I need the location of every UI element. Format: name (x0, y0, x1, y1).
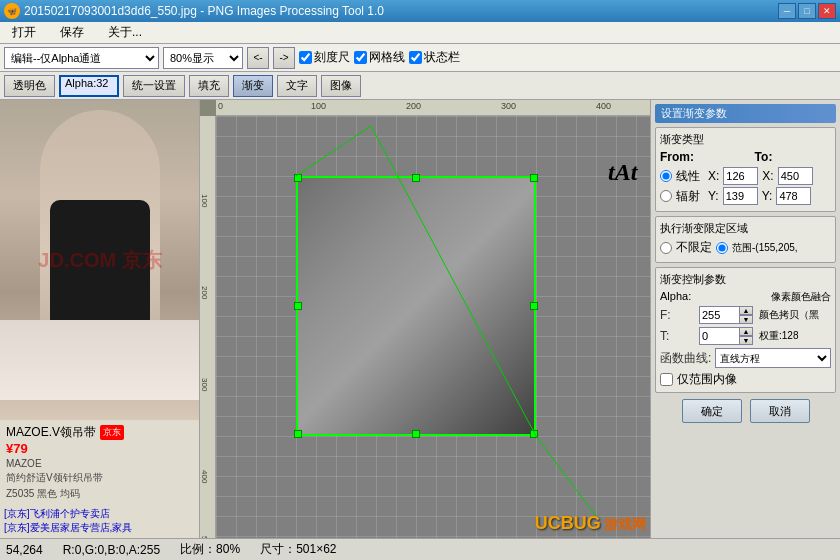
color-copy-label: 颜色拷贝（黑 (759, 308, 819, 322)
canvas-area[interactable]: 0 100 200 300 400 100 200 300 400 500 (200, 100, 650, 538)
ok-button[interactable]: 确定 (682, 399, 742, 423)
links-panel: [京东]飞利浦个护专卖店 [京东]爱美居家居专营店,家具 (0, 505, 199, 537)
t-spinbox[interactable]: ▲ ▼ (699, 327, 753, 345)
image-box[interactable] (296, 176, 536, 436)
menubar: 打开 保存 关于... (0, 22, 840, 44)
y-to-input[interactable] (776, 187, 811, 205)
ruler-label-left-100: 100 (200, 194, 209, 207)
f-spin-down[interactable]: ▼ (739, 315, 753, 324)
t-spin-down[interactable]: ▼ (739, 336, 753, 345)
t-spin-up[interactable]: ▲ (739, 327, 753, 336)
y-label: Y: (708, 189, 719, 203)
product-info: MAZOE.V领吊带 京东 ¥79 MAZOE 简约舒适V领针织吊带 Z5035… (0, 420, 199, 505)
f-spin-up[interactable]: ▲ (739, 306, 753, 315)
f-spinbox[interactable]: ▲ ▼ (699, 306, 753, 324)
product-desc2: 简约舒适V领针织吊带 (6, 471, 193, 485)
canvas-content[interactable]: tAt UCBUG 游戏网 (216, 116, 650, 538)
text-button[interactable]: 文字 (277, 75, 317, 97)
radial-radio[interactable] (660, 190, 672, 202)
statusbar: 54,264 R:0,G:0,B:0,A:255 比例：80% 尺寸：501×6… (0, 538, 840, 560)
alpha-col-label: Alpha: (660, 290, 691, 304)
ruler-label-100: 100 (311, 101, 326, 111)
unlimited-radio-row: 不限定 范围-(155,205, (660, 239, 831, 256)
grid-checkbox-label: 网格线 (354, 49, 405, 66)
minimize-button[interactable]: ─ (778, 3, 796, 19)
curve-select[interactable]: 直线方程 (715, 348, 831, 368)
gradient-type-label: 渐变类型 (660, 132, 831, 147)
link1[interactable]: [京东]飞利浦个护专卖店 (4, 507, 195, 521)
ruler-label-left-500: 500 (200, 536, 209, 538)
image-button[interactable]: 图像 (321, 75, 361, 97)
grid-label: 网格线 (369, 49, 405, 66)
alpha-display: Alpha:32 (59, 75, 119, 97)
handle-mr[interactable] (530, 302, 538, 310)
product-brand-name: MAZOE.V领吊带 (6, 424, 96, 441)
cancel-button[interactable]: 取消 (750, 399, 810, 423)
unify-settings-button[interactable]: 统一设置 (123, 75, 185, 97)
nav-forward-button[interactable]: -> (273, 47, 295, 69)
range-check-label: 仅范围内像 (677, 371, 737, 388)
control-params-group: 渐变控制参数 Alpha: 像素颜色融合 F: ▲ ▼ 颜色拷贝（黑 T: (655, 267, 836, 393)
range-radio[interactable] (716, 242, 728, 254)
handle-bm[interactable] (412, 430, 420, 438)
app-logo: 🦋 (4, 3, 20, 19)
handle-tr[interactable] (530, 174, 538, 182)
y-from-input[interactable] (723, 187, 758, 205)
handle-ml[interactable] (294, 302, 302, 310)
t-input[interactable] (699, 327, 739, 345)
handle-tm[interactable] (412, 174, 420, 182)
product-image: JD.COM 京东 (0, 100, 200, 420)
right-panel: 设置渐变参数 渐变类型 From: To: 线性 X: X: 辐射 Y: (650, 100, 840, 538)
maximize-button[interactable]: □ (798, 3, 816, 19)
mode-select[interactable]: 编辑--仅Alpha通道 (4, 47, 159, 69)
menu-about[interactable]: 关于... (100, 22, 150, 43)
linear-radio[interactable] (660, 170, 672, 182)
x-from-input[interactable] (723, 167, 758, 185)
linear-radio-row: 线性 X: X: (660, 167, 831, 185)
x-to-input[interactable] (778, 167, 813, 185)
handle-br[interactable] (530, 430, 538, 438)
statusbar-label: 状态栏 (424, 49, 460, 66)
transparent-color-button[interactable]: 透明色 (4, 75, 55, 97)
x-label: X: (708, 169, 719, 183)
menu-open[interactable]: 打开 (4, 22, 44, 43)
handle-tl[interactable] (294, 174, 302, 182)
grid-checkbox[interactable] (354, 51, 367, 64)
product-desc1: MAZOE (6, 458, 193, 469)
nav-back-button[interactable]: <- (247, 47, 269, 69)
t-spin-buttons[interactable]: ▲ ▼ (739, 327, 753, 345)
window-controls[interactable]: ─ □ ✕ (778, 3, 836, 19)
handle-bl[interactable] (294, 430, 302, 438)
titlebar: 🦋 20150217093001d3dd6_550.jpg - PNG Imag… (0, 0, 840, 22)
ruler-label-left-400: 400 (200, 470, 209, 483)
menu-save[interactable]: 保存 (52, 22, 92, 43)
panel-title: 设置渐变参数 (655, 104, 836, 123)
ruler-top: 0 100 200 300 400 (216, 100, 650, 116)
left-panel: JD.COM 京东 MAZOE.V领吊带 京东 ¥79 MAZOE 简约舒适V领… (0, 100, 200, 538)
t-label: T: (660, 329, 695, 343)
statusbar-checkbox[interactable] (409, 51, 422, 64)
f-input[interactable] (699, 306, 739, 324)
f-spin-buttons[interactable]: ▲ ▼ (739, 306, 753, 324)
unlimited-label: 不限定 (676, 239, 712, 256)
statusbar-checkbox-label: 状态栏 (409, 49, 460, 66)
fill-button[interactable]: 填充 (189, 75, 229, 97)
ruler-label: 刻度尺 (314, 49, 350, 66)
ucbug-logo: UCBUG (535, 513, 601, 533)
weight-label: 权重:128 (759, 329, 798, 343)
radial-radio-row: 辐射 Y: Y: (660, 187, 831, 205)
link2[interactable]: [京东]爱美居家居专营店,家具 (4, 521, 195, 535)
range-val-label: 范围-(155,205, (732, 241, 798, 255)
window-title: 20150217093001d3dd6_550.jpg - PNG Images… (24, 4, 384, 18)
product-desc3: Z5035 黑色 均码 (6, 487, 193, 501)
zoom-select[interactable]: 80%显示 (163, 47, 243, 69)
ruler-checkbox[interactable] (299, 51, 312, 64)
close-button[interactable]: ✕ (818, 3, 836, 19)
ruler-label-300: 300 (501, 101, 516, 111)
unlimited-radio[interactable] (660, 242, 672, 254)
f-label: F: (660, 308, 695, 322)
linear-label: 线性 (676, 168, 700, 185)
gradient-button[interactable]: 渐变 (233, 75, 273, 97)
range-group: 执行渐变限定区域 不限定 范围-(155,205, (655, 216, 836, 263)
range-checkbox[interactable] (660, 373, 673, 386)
